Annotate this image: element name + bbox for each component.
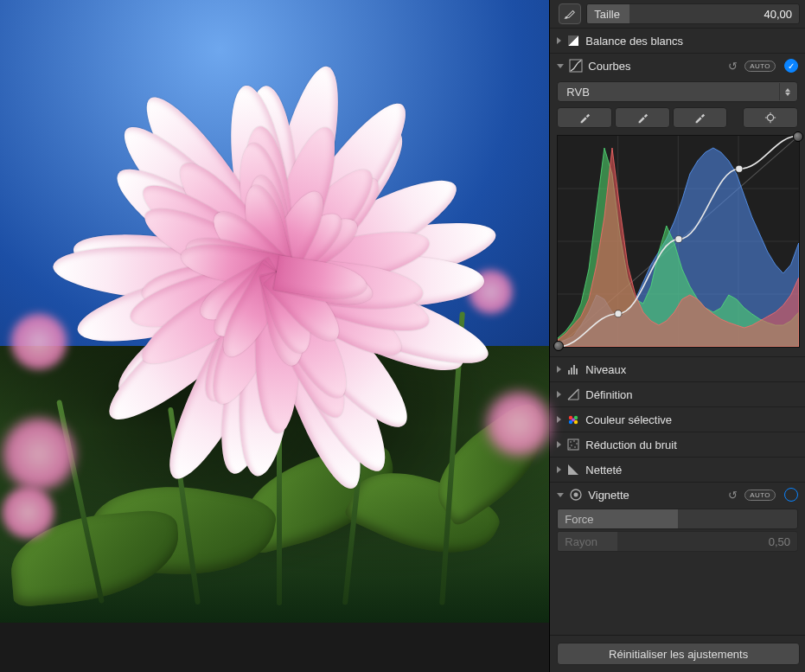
white-balance-icon: [566, 34, 580, 48]
section-curves[interactable]: Courbes ↺ AUTO ✓: [550, 54, 805, 78]
sharpen-icon: [566, 463, 580, 477]
select-arrows-icon: [779, 83, 795, 100]
canvas-bottom-bar: [0, 623, 549, 672]
auto-button[interactable]: AUTO: [744, 490, 776, 501]
definition-icon: [566, 387, 580, 401]
svg-point-12: [675, 236, 682, 243]
reset-adjustments-button[interactable]: Réinitialiser les ajustements: [557, 643, 800, 665]
black-point-picker[interactable]: [557, 107, 612, 128]
svg-rect-17: [573, 365, 575, 374]
target-icon: [764, 112, 776, 124]
eyedropper-icon: [693, 112, 706, 124]
bg-flower: [0, 415, 78, 493]
svg-point-27: [577, 443, 578, 445]
section-sharpness[interactable]: Netteté: [550, 458, 805, 482]
chevron-right-icon: [557, 37, 561, 44]
section-title: Balance des blancs: [585, 35, 798, 48]
eyedropper-icon: [578, 112, 591, 124]
svg-point-29: [575, 446, 577, 448]
chevron-down-icon: [557, 64, 564, 68]
brush-icon: [564, 8, 576, 20]
chevron-right-icon: [557, 391, 561, 398]
svg-point-23: [572, 419, 575, 422]
color-wheel-icon: [566, 413, 580, 426]
section-title: Définition: [585, 388, 798, 401]
svg-point-11: [615, 310, 622, 317]
bg-flower: [484, 389, 553, 458]
chevron-down-icon: [557, 493, 564, 497]
section-noise-reduction[interactable]: Réduction du bruit: [550, 432, 805, 457]
section-levels[interactable]: Niveaux: [550, 357, 805, 381]
reset-icon[interactable]: ↺: [726, 489, 739, 502]
curves-channel-value: RVB: [566, 86, 590, 99]
curves-icon: [569, 59, 583, 73]
curve-start-handle[interactable]: [553, 341, 564, 351]
svg-rect-15: [568, 370, 570, 374]
gray-point-picker[interactable]: [615, 107, 670, 128]
section-title: Netteté: [585, 464, 798, 477]
section-title: Réduction du bruit: [585, 438, 798, 451]
reset-icon[interactable]: ↺: [726, 60, 739, 73]
noise-icon: [566, 438, 580, 451]
bg-flower: [9, 311, 69, 372]
photo-canvas[interactable]: [0, 0, 549, 672]
white-point-picker[interactable]: [673, 107, 728, 128]
vignette-radius-slider[interactable]: Rayon 0,50: [557, 531, 798, 552]
chevron-right-icon: [557, 366, 561, 373]
section-title: Courbes: [588, 60, 721, 73]
levels-icon: [566, 362, 580, 376]
add-point-picker[interactable]: [743, 107, 798, 128]
svg-point-0: [565, 16, 567, 18]
toggle-active[interactable]: ✓: [784, 59, 798, 73]
section-definition[interactable]: Définition: [550, 382, 805, 406]
curves-graph[interactable]: [557, 135, 800, 348]
slider-value: 0,50: [769, 535, 790, 548]
chevron-right-icon: [557, 466, 561, 473]
curves-channel-select[interactable]: RVB: [557, 81, 798, 102]
reset-button-label: Réinitialiser les ajustements: [609, 648, 748, 661]
svg-point-32: [574, 493, 578, 497]
section-title: Couleur sélective: [585, 413, 798, 426]
vignette-strength-slider[interactable]: Force: [557, 509, 798, 529]
chevron-right-icon: [557, 416, 561, 423]
svg-rect-18: [576, 368, 578, 374]
size-value: 40,00: [763, 8, 792, 21]
chevron-right-icon: [557, 441, 561, 448]
svg-point-25: [571, 441, 572, 443]
section-title: Niveaux: [585, 363, 798, 376]
svg-point-2: [768, 115, 774, 121]
svg-point-13: [736, 165, 743, 172]
eyedropper-icon: [636, 112, 648, 124]
svg-rect-16: [571, 368, 572, 374]
svg-point-30: [570, 447, 572, 449]
section-vignette[interactable]: Vignette ↺ AUTO: [550, 483, 805, 507]
toggle-inactive[interactable]: [784, 488, 798, 502]
main-flower: [78, 69, 476, 441]
section-title: Vignette: [588, 489, 721, 502]
auto-button[interactable]: AUTO: [744, 61, 776, 72]
size-slider[interactable]: Taille 40,00: [586, 3, 800, 24]
section-selective-color[interactable]: Couleur sélective: [550, 407, 805, 432]
curve-end-handle[interactable]: [793, 131, 803, 142]
slider-label: Rayon: [565, 535, 597, 548]
section-white-balance[interactable]: Balance des blancs: [550, 29, 805, 53]
adjustments-sidebar: Taille 40,00 Balance des blancs Courbes: [549, 0, 805, 672]
brush-button[interactable]: [559, 3, 581, 24]
svg-point-28: [572, 445, 573, 446]
vignette-icon: [569, 488, 583, 502]
size-label: Taille: [594, 8, 620, 21]
slider-label: Force: [565, 513, 593, 526]
bg-flower: [0, 484, 56, 541]
svg-point-26: [574, 440, 576, 442]
